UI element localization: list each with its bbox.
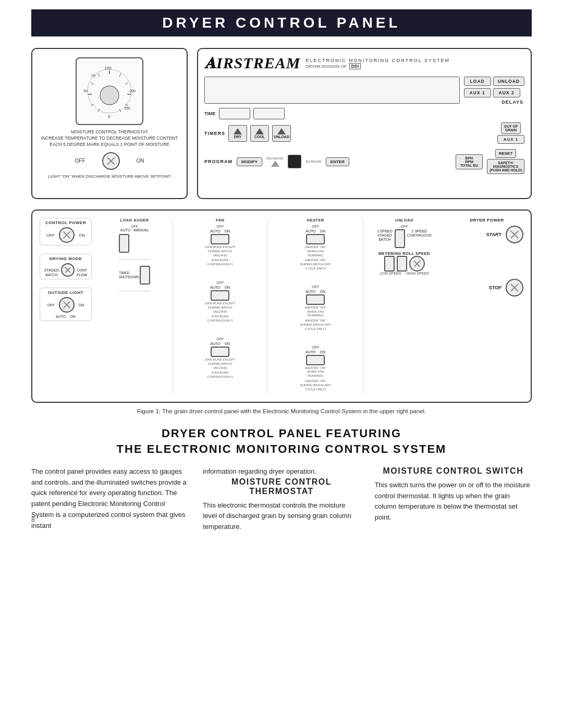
unload-timer-button[interactable]: UNLOAD (272, 125, 291, 142)
heater-on-label-2: ON (320, 290, 326, 293)
metering-rect-switch[interactable] (384, 256, 395, 272)
start-button[interactable] (506, 226, 523, 243)
enter-button[interactable]: ENTER (326, 157, 349, 166)
body-col-3: MOISTURE CONTROL SWITCH This switch turn… (375, 466, 532, 533)
modify-button[interactable]: MODIFY (237, 157, 262, 166)
delays-label: DELAYS (464, 100, 523, 105)
load-auger-header: LOAD AUGER (120, 218, 149, 223)
outside-on-label: ON (79, 303, 84, 307)
svg-point-1 (100, 86, 119, 105)
section-heading-line1: DRYER CONTROL PANEL FEATURING (162, 427, 401, 440)
outside-light-switch[interactable] (59, 297, 75, 313)
heater-off-3: OFF (312, 346, 319, 349)
emcs-aux-row: AUX 1 AUX 2 (464, 88, 524, 97)
aux2-button[interactable]: AUX 2 (493, 88, 520, 97)
start-label: START (486, 232, 501, 237)
metering-circle-switch[interactable] (409, 256, 425, 272)
flow-label: FLOW (77, 273, 87, 277)
fan-switch-group-2: OFF AUTO ON (FAN RUNS EXCEPT DURING BATC… (204, 281, 236, 323)
load-manual-label: MANUAL (133, 228, 149, 232)
control-on-label: ON (79, 233, 85, 238)
emcs-top-row: LOAD UNLOAD AUX 1 AUX 2 DELAYS (204, 77, 524, 105)
emcs-display-box (204, 77, 460, 104)
program-label: PROGRAM (204, 159, 232, 164)
fan-on-label-1: ON (225, 229, 230, 233)
metering-switches (378, 256, 430, 272)
unload-button[interactable]: UNLOAD (493, 77, 524, 86)
metering-rect-switch-2[interactable] (397, 256, 407, 272)
thermostat-switch[interactable] (102, 152, 120, 170)
moisture-thermostat-heading: MOISTURE CONTROL THERMOSTAT (203, 477, 360, 496)
control-off-label: OFF (46, 233, 55, 238)
body-text-col2: This electronic thermostat controls the … (203, 500, 360, 533)
figure-caption: Figure 1: The grain dryer control panel … (31, 408, 532, 414)
bp-col-load-auger: LOAD AUGER OFF AUTO MANUAL TIMED SHUTDOW… (97, 218, 173, 394)
fan-off-1: OFF (216, 225, 224, 228)
heater-on-desc-1: (HEATER "ON" WHEN FAN RUNNING) (300, 245, 331, 257)
heater-switch-2[interactable] (306, 294, 325, 305)
fan-on-label-2: ON (225, 286, 230, 289)
emcs-label: ELECTRONIC MONITORING CONTROL SYSTEM (305, 58, 450, 63)
dry-timer-button[interactable]: DRY (228, 125, 247, 142)
time-box-2 (253, 108, 285, 119)
control-power-switch[interactable] (59, 227, 75, 243)
aux1-button[interactable]: AUX 1 (464, 88, 491, 97)
heater-off-2: OFF (312, 285, 319, 289)
time-box-1 (219, 108, 250, 119)
staged-label: STAGED (44, 268, 59, 272)
dryer-division: DRYER DIVISION OF BBi (305, 64, 450, 69)
cool-timer-button[interactable]: COOL (250, 125, 269, 142)
safety-diagnostics-button[interactable]: SAFETY/ DIAGNOSTICS (PUSH AND HOLD) (487, 159, 524, 174)
fan-header: FAN (216, 218, 225, 223)
fan-switch-2[interactable] (211, 290, 229, 301)
safety-section: RESET SAFETY/ DIAGNOSTICS (PUSH AND HOLD… (487, 149, 524, 174)
heater-switch-3[interactable] (306, 355, 325, 365)
heater-auto-desc-1: (HEATER "ON" DURING BATCH DRY CYCLE ONLY… (300, 258, 331, 270)
outside-on-label2: ON (70, 315, 76, 318)
section-heading-line2: THE ELECTRONIC MONITORING CONTROL SYSTEM (117, 442, 447, 455)
heater-auto-label-2: AUTO (305, 290, 315, 293)
top-panels: 100 75 50 200 250 F MOISTURE CONTROL THE… (31, 48, 532, 199)
unload-staged-label: STAGED (377, 233, 392, 237)
fan-switch-3[interactable] (211, 347, 229, 357)
stop-button[interactable] (506, 279, 523, 297)
bp-col-unload: UNLOAD OFF 1 SPEED STAGED BATCH 2 SPEED (363, 218, 445, 394)
low-speed-label: LOW SPEED (380, 272, 401, 275)
bottom-panel-inner: CONTROL POWER OFF ON DRYING MODE STAGED … (40, 218, 523, 394)
outside-off-label: OFF (47, 303, 55, 307)
heater-on-desc-2: (HEATER "ON" WHEN FAN RUNNING) (300, 306, 331, 318)
svg-text:250: 250 (124, 106, 130, 110)
svg-line-4 (91, 83, 94, 84)
bph-rpm-button[interactable]: BPH RPM TOTAL BU (456, 154, 483, 169)
fan-auto-desc-2: (FAN RUNS EXCEPT DURING BATCH UNLOAD) (204, 302, 236, 314)
load-auger-switch-2[interactable] (140, 266, 150, 285)
load-auto-label: AUTO (120, 228, 130, 232)
heater-switch-1[interactable] (306, 234, 325, 244)
fan-on-desc-3: (FAN RUNS CONTINUOUSLY) (204, 371, 236, 379)
svg-text:50: 50 (83, 89, 88, 93)
high-speed-label: HIGH SPEED (407, 272, 429, 275)
unload-header: UNLOAD (395, 218, 413, 223)
unload-switch[interactable] (395, 229, 405, 248)
bp-columns-headers: LOAD AUGER OFF AUTO MANUAL TIMED SHUTDOW… (97, 218, 445, 394)
load-button[interactable]: LOAD (464, 77, 491, 86)
heater-auto-label-1: AUTO (305, 229, 315, 233)
aux1-timer-button[interactable]: AUX 1 (497, 135, 524, 144)
unload-off-label: OFF (401, 225, 408, 228)
fan-switch-1[interactable] (211, 234, 229, 244)
timers-label: TIMERS (204, 131, 225, 136)
cool-label: COOL (254, 135, 265, 139)
reset-button[interactable]: RESET (495, 149, 517, 158)
drying-mode-switch[interactable] (61, 263, 75, 277)
unload-batch-label: BATCH (378, 238, 390, 241)
enter-arrow-button[interactable] (288, 155, 301, 168)
svg-line-9 (125, 83, 128, 84)
unload-t-label: UNLOAD (274, 135, 289, 139)
out-of-grain-button[interactable]: OUT OFGRAIN (501, 122, 521, 134)
load-auger-switch-1[interactable] (119, 234, 129, 253)
header-bar: DRYER CONTROL PANEL (31, 9, 532, 36)
right-panel: 𝐀IRSTREAM ELECTRONIC MONITORING CONTROL … (197, 48, 532, 199)
fan-on-desc-2: (FAN RUNS CONTINUOUSLY) (204, 315, 236, 323)
bottom-panel: CONTROL POWER OFF ON DRYING MODE STAGED … (31, 209, 532, 403)
left-panel: 100 75 50 200 250 F MOISTURE CONTROL THE… (31, 48, 188, 199)
